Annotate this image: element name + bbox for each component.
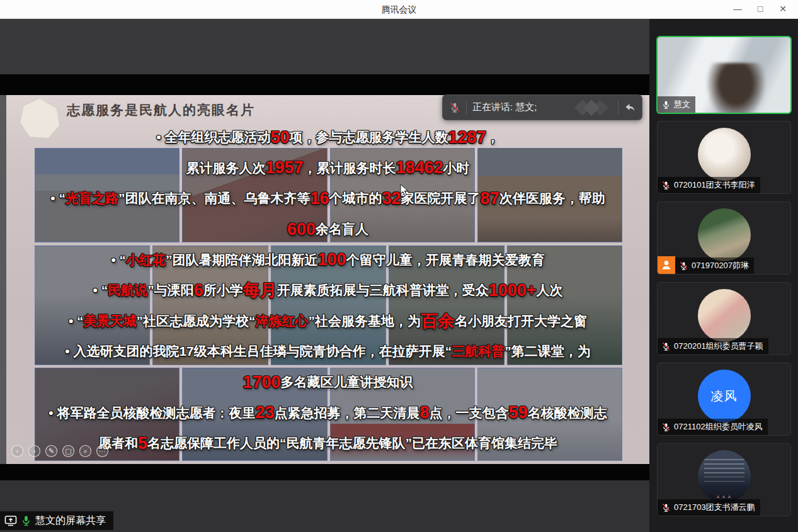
slide-text-line: • 将军路全员核酸检测志愿者：夜里23点紧急招募，第二天清晨8点，一支包含59名… (6, 397, 649, 428)
person-badge-icon (658, 256, 675, 274)
participant-label: 071970207茆琳 (675, 258, 754, 274)
pen-icon[interactable]: ✎ (45, 445, 57, 457)
next-slide-icon[interactable]: › (28, 445, 40, 457)
maximize-icon[interactable]: □ (749, 0, 772, 19)
close-icon[interactable]: ✕ (772, 0, 794, 19)
window-titlebar: 腾讯会议 — □ ✕ (0, 0, 798, 19)
slide-text-line: • 全年组织志愿活动50项，参与志愿服务学生人数1287， (6, 122, 649, 153)
avatar-initials: 凌风 (711, 388, 738, 405)
participant-tile[interactable]: 慧文 (658, 37, 790, 113)
slide-text-line: • 入选研支团的我院17级本科生吕佳璘与院青协合作，在拉萨开展“三航科普”第二课… (6, 336, 649, 367)
frame-icon[interactable]: ▢ (62, 445, 74, 457)
minimize-icon[interactable]: — (726, 0, 749, 19)
tencent-meeting-logo (572, 99, 612, 116)
share-banner-text: 慧文的屏幕共享 (35, 514, 106, 528)
participant-label: 0721703团支书潘云鹏 (658, 499, 760, 516)
participant-name: 0720201组织委员曹子颖 (674, 341, 763, 352)
screen-share-icon (4, 515, 17, 526)
slide-text-line: • “光盲之路”团队在南京、南通、乌鲁木齐等16个城市的32家医院开展了87次伴… (6, 183, 649, 214)
participant-tile[interactable]: 0720201组织委员曹子颖 (658, 283, 790, 354)
mic-muted-icon (661, 503, 671, 512)
letterbox-bottom (0, 464, 649, 480)
toast-divider (618, 101, 618, 115)
participant-avatar (698, 289, 751, 342)
window-title: 腾讯会议 (0, 0, 798, 19)
screen-share-banner: 慧文的屏幕共享 (0, 511, 113, 530)
participant-avatar (698, 450, 751, 503)
slide-text-line: 累计服务人次1957，累计服务时长18462小时 (6, 153, 649, 184)
slide-title: 志愿服务是民航人的亮眼名片 (67, 101, 255, 119)
slide-text-line: 600余名盲人 (6, 214, 649, 245)
speaking-toast: 正在讲话: 慧文; (442, 94, 642, 120)
mic-muted-icon (679, 261, 688, 271)
mic-muted-icon (661, 422, 671, 432)
mic-muted-icon (661, 181, 671, 190)
back-arrow-icon[interactable] (624, 103, 636, 113)
slide-nav-controls: ‹ › ✎ ▢ ⌕ ⋯ (11, 445, 108, 457)
participant-tile[interactable]: 0721703团支书潘云鹏 (658, 444, 790, 516)
participant-label: 慧文 (658, 96, 695, 113)
participant-name: 0721703团支书潘云鹏 (674, 502, 755, 513)
slide-text-line: • “美景天城”社区志愿成为学校“淬炼红心”社会服务基地，为百余名小朋友打开大学… (6, 306, 649, 337)
presentation-slide: 志愿服务是民航人的亮眼名片 (6, 95, 649, 464)
slide-left-strip (0, 95, 6, 464)
slide-text-line: • “小红花”团队暑期陪伴湖北阳新近100个留守儿童，开展青春期关爱教育 (6, 244, 649, 275)
speaking-label: 正在讲话: 慧文; (472, 101, 537, 113)
magnifier-icon[interactable]: ⌕ (79, 445, 91, 457)
slide-text-line: • “民航说”与溧阳6所小学每月开展素质拓展与三航科普讲堂，受众1000+人次 (6, 275, 649, 306)
participant-tile[interactable]: 071970207茆琳 (658, 202, 790, 274)
participant-label: 0721102组织委员叶凌风 (658, 419, 768, 435)
toast-divider (466, 101, 467, 115)
mic-icon (661, 100, 671, 110)
participant-avatar (698, 128, 751, 181)
window-controls: — □ ✕ (726, 0, 794, 19)
mouse-cursor (399, 184, 409, 199)
mic-muted-icon (449, 102, 460, 113)
slide-text-line: 1700多名藏区儿童讲授知识 (6, 367, 649, 398)
slide-band: 志愿服务是民航人的亮眼名片 (0, 95, 649, 464)
participant-name: 071970207茆琳 (692, 260, 749, 271)
participant-avatar: 凌风 (698, 370, 751, 422)
participant-name: 0720101团支书李阳洋 (674, 179, 755, 191)
mic-active-icon (21, 515, 31, 526)
meeting-main-area: 志愿服务是民航人的亮眼名片 (0, 19, 798, 532)
letterbox-top (0, 74, 649, 95)
participant-avatar (698, 208, 751, 261)
stage-top-gap (0, 19, 649, 74)
participant-tile[interactable]: 0720101团支书李阳洋 (658, 122, 790, 193)
slide-text-lines: • 全年组织志愿活动50项，参与志愿服务学生人数1287，累计服务人次1957，… (6, 122, 649, 459)
participant-sidebar[interactable]: 慧文 (649, 19, 798, 532)
mic-muted-icon (661, 342, 671, 351)
participant-name: 慧文 (674, 99, 690, 110)
participant-list: 慧文 (658, 37, 790, 516)
participant-label: 0720101团支书李阳洋 (658, 177, 760, 193)
participant-label: 0720201组织委员曹子颖 (658, 338, 768, 354)
prev-slide-icon[interactable]: ‹ (11, 445, 23, 457)
app-window: 腾讯会议 — □ ✕ 志愿服务是民航人的亮眼名片 (0, 0, 798, 532)
more-options-icon[interactable]: ⋯ (96, 445, 108, 457)
participant-name: 0721102组织委员叶凌风 (674, 421, 763, 433)
participant-tile[interactable]: 凌风 0721102组织委员叶凌 (658, 363, 790, 435)
